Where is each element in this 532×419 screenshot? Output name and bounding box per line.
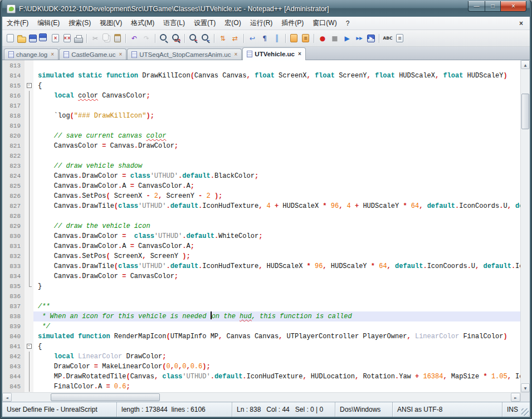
tab-CastleGame.uc[interactable]: CastleGame.uc× [59, 48, 126, 60]
scroll-right-button[interactable]: ► [511, 393, 520, 402]
line-number[interactable]: 839 [2, 321, 25, 332]
line-number[interactable]: 824 [2, 171, 25, 181]
code-line-823[interactable]: 823 // draw vehicle shadow [2, 161, 520, 171]
horizontal-scrollbar[interactable]: ◄ ► [2, 392, 530, 402]
menu-run[interactable]: 运行(R) [246, 17, 277, 30]
tab-UTSeqAct_StopCamersAnim.uc[interactable]: UTSeqAct_StopCamersAnim.uc× [127, 48, 242, 60]
word-wrap-icon[interactable]: ↩ [247, 33, 258, 44]
tab-UTVehicle.uc[interactable]: UTVehicle.uc× [242, 47, 305, 60]
code-line-813[interactable]: 813 [2, 61, 520, 71]
tab-change.log[interactable]: change.log× [4, 48, 58, 60]
menu-file[interactable]: 文件(F) [2, 17, 33, 30]
code-line-845[interactable]: 845 FinalColor.A = 0.6; [2, 382, 520, 392]
code-line-831[interactable]: 831 Canvas.DrawColor.A = CanvasColor.A; [2, 241, 520, 251]
document-map-icon[interactable]: ≡ [302, 34, 309, 42]
code-line-828[interactable]: 828 [2, 211, 520, 221]
code-line-817[interactable]: 817 [2, 101, 520, 111]
zoom-in-icon[interactable]: + [188, 33, 199, 44]
horizontal-scroll-track[interactable] [12, 393, 511, 402]
code-line-830[interactable]: 830 Canvas.DrawColor = class'UTHUD'.defa… [2, 231, 520, 241]
sync-horizontal-scroll-icon[interactable]: ⇄ [230, 33, 241, 44]
line-number[interactable]: 814 [2, 71, 25, 81]
scroll-up-button[interactable]: ▲ [521, 60, 530, 69]
line-number[interactable]: 826 [2, 191, 25, 201]
code-line-829[interactable]: 829 // draw the vehicle icon [2, 221, 520, 231]
new-file-icon[interactable] [7, 34, 14, 42]
menu-edit[interactable]: 编辑(E) [33, 17, 64, 30]
maximize-button[interactable]: □ [485, 1, 501, 12]
line-number[interactable]: 843 [2, 362, 25, 372]
line-number[interactable]: 837 [2, 301, 25, 311]
replace-icon[interactable]: ab [170, 33, 182, 44]
line-number[interactable]: 845 [2, 382, 25, 392]
line-number[interactable]: 823 [2, 161, 25, 171]
function-list-icon[interactable] [290, 34, 297, 42]
close-button[interactable]: × [501, 1, 526, 12]
fold-collapse-icon[interactable]: - [27, 83, 32, 88]
code-line-824[interactable]: 824 Canvas.DrawColor = class'UTHUD'.defa… [2, 171, 520, 181]
code-line-842[interactable]: 842 local LinearColor DrawColor; [2, 352, 520, 362]
line-number[interactable]: 822 [2, 151, 25, 161]
cut-icon[interactable]: ✂ [90, 33, 101, 44]
close-all-icon[interactable]: ×× [64, 34, 71, 42]
code-line-835[interactable]: 835} [2, 281, 520, 291]
minimize-button[interactable]: — [468, 1, 485, 12]
horizontal-scroll-thumb[interactable] [51, 393, 160, 401]
line-number[interactable]: 838 [2, 311, 25, 321]
line-number[interactable]: 841 [2, 342, 25, 352]
paste-icon[interactable] [114, 34, 121, 42]
code-line-819[interactable]: 819 [2, 121, 520, 131]
menu-window[interactable]: 窗口(W) [308, 17, 341, 30]
tab-close-icon[interactable]: × [298, 51, 301, 57]
line-number[interactable]: 819 [2, 121, 25, 131]
menu-plugins[interactable]: 插件(P) [277, 17, 308, 30]
menubar-close-icon[interactable]: × [513, 17, 530, 30]
scroll-down-button[interactable]: ▼ [521, 383, 530, 392]
menu-view[interactable]: 视图(V) [95, 17, 126, 30]
menu-macro[interactable]: 宏(O) [220, 17, 245, 30]
tab-close-icon[interactable]: × [235, 52, 238, 57]
menu-help[interactable]: ? [341, 17, 354, 30]
code-line-841[interactable]: 841-{ [2, 342, 520, 352]
code-line-836[interactable]: 836 [2, 291, 520, 301]
code-editor[interactable]: 813814simulated static function DrawKill… [2, 60, 520, 392]
save-all-icon[interactable] [39, 33, 47, 41]
line-number[interactable]: 818 [2, 111, 25, 121]
line-number[interactable]: 844 [2, 372, 25, 382]
line-number[interactable]: 817 [2, 101, 25, 111]
macro-play-icon[interactable]: ▶ [341, 33, 353, 44]
macro-run-multiple-icon[interactable]: ▶▶ [354, 33, 365, 44]
code-line-834[interactable]: 834 Canvas.DrawColor = CanvasColor; [2, 271, 520, 281]
sync-vertical-scroll-icon[interactable]: ⇅ [217, 33, 228, 44]
redo-icon[interactable]: ↷ [141, 33, 152, 44]
code-line-843[interactable]: 843 DrawColor = MakeLinearColor(0,0,0,0.… [2, 362, 520, 372]
resize-grip[interactable] [521, 408, 529, 416]
vertical-scroll-track[interactable] [521, 69, 530, 383]
open-file-icon[interactable] [17, 37, 26, 43]
code-line-825[interactable]: 825 Canvas.DrawColor.A = CanvasColor.A; [2, 181, 520, 191]
tab-close-icon[interactable]: × [51, 52, 54, 57]
code-line-822[interactable]: 822 [2, 151, 520, 161]
title-bar[interactable]: F:\UDK\UDK-2012-10\Development\Src\UTGam… [2, 0, 530, 17]
code-line-818[interactable]: 818 `log("### DrawKillIcon"); [2, 111, 520, 121]
undo-icon[interactable]: ↶ [129, 33, 140, 44]
show-all-characters-icon[interactable]: ¶ [259, 33, 270, 44]
zoom-out-icon[interactable]: − [200, 33, 211, 44]
code-line-827[interactable]: 827 Canvas.DrawTile(class'UTHUD'.default… [2, 201, 520, 211]
code-line-814[interactable]: 814simulated static function DrawKillIco… [2, 71, 520, 81]
line-number[interactable]: 827 [2, 201, 25, 211]
notepad-plus-plus-icon[interactable] [7, 4, 16, 13]
line-number[interactable]: 836 [2, 291, 25, 301]
code-line-837[interactable]: 837/** [2, 301, 520, 311]
line-number[interactable]: 829 [2, 221, 25, 231]
line-number[interactable]: 820 [2, 131, 25, 141]
line-number[interactable]: 815 [2, 81, 25, 91]
vertical-scroll-thumb[interactable] [521, 94, 529, 129]
code-line-821[interactable]: 821 CanvasColor = Canvas.DrawColor; [2, 141, 520, 151]
line-number[interactable]: 816 [2, 91, 25, 101]
scroll-left-button[interactable]: ◄ [2, 393, 12, 402]
menu-search[interactable]: 搜索(S) [64, 17, 95, 30]
menu-settings[interactable]: 设置(T) [189, 17, 220, 30]
code-line-826[interactable]: 826 Canvas.SetPos( ScreenX - 2, ScreenY … [2, 191, 520, 201]
code-line-833[interactable]: 833 Canvas.DrawTile(class'UTHUD'.default… [2, 261, 520, 271]
